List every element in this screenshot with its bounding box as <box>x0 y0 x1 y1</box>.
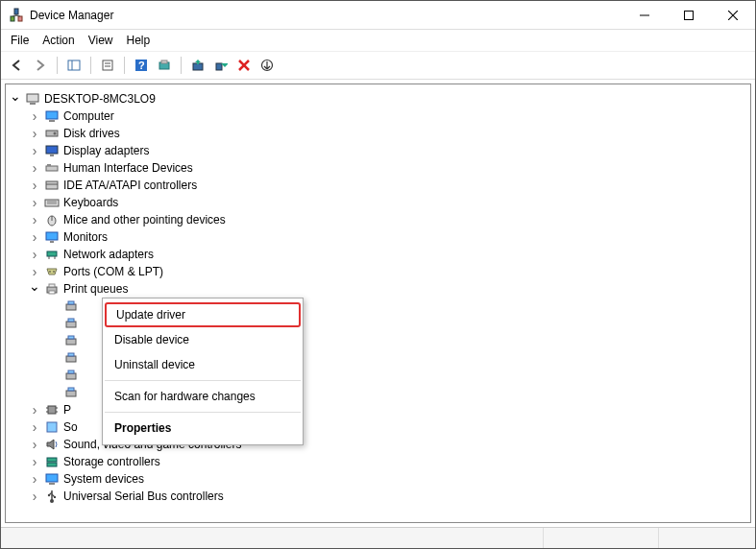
ctx-properties[interactable]: Properties <box>103 416 303 441</box>
svg-line-5 <box>16 15 20 16</box>
window-title: Device Manager <box>30 9 622 22</box>
category-hid[interactable]: Human Interface Devices <box>29 159 746 177</box>
device-tree-panel[interactable]: DESKTOP-8MC3LO9 Computer Disk drives Dis… <box>5 84 751 523</box>
svg-rect-61 <box>66 391 76 396</box>
chevron-right-icon[interactable] <box>29 179 40 191</box>
category-print-queues[interactable]: Print queues <box>29 280 746 298</box>
cpu-icon <box>44 402 60 418</box>
svg-point-75 <box>48 494 50 496</box>
chevron-right-icon[interactable] <box>29 162 40 174</box>
forward-button[interactable] <box>30 55 51 76</box>
svg-rect-52 <box>68 301 74 304</box>
ctx-uninstall-device[interactable]: Uninstall device <box>103 352 303 377</box>
menu-view[interactable]: View <box>88 34 113 47</box>
toolbar-separator <box>124 57 125 74</box>
menu-action[interactable]: Action <box>42 34 74 47</box>
svg-rect-10 <box>68 60 80 70</box>
disable-device-button[interactable] <box>210 55 232 76</box>
window-controls <box>622 1 755 29</box>
maximize-button[interactable] <box>667 1 711 29</box>
device-manager-window: Device Manager File Action View Help ? <box>0 0 756 549</box>
category-keyboards[interactable]: Keyboards <box>29 194 746 211</box>
chevron-right-icon[interactable] <box>29 145 40 156</box>
svg-rect-43 <box>47 251 57 256</box>
chevron-right-icon[interactable] <box>29 214 40 226</box>
chevron-right-icon[interactable] <box>29 456 40 467</box>
scan-hardware-button[interactable] <box>154 55 175 76</box>
category-ports[interactable]: Ports (COM & LPT) <box>29 263 746 280</box>
svg-rect-53 <box>66 322 76 327</box>
chevron-right-icon[interactable] <box>29 249 40 260</box>
svg-rect-71 <box>46 474 58 482</box>
hid-icon <box>44 160 60 176</box>
category-disk-drives[interactable]: Disk drives <box>29 125 746 142</box>
svg-text:?: ? <box>138 60 145 71</box>
minimize-button[interactable] <box>622 1 667 29</box>
ctx-scan-hardware[interactable]: Scan for hardware changes <box>103 384 303 409</box>
usb-icon <box>44 489 60 504</box>
toolbar-separator <box>57 57 58 74</box>
close-button[interactable] <box>711 1 755 29</box>
chevron-right-icon[interactable] <box>29 231 40 243</box>
menu-file[interactable]: File <box>11 34 29 47</box>
svg-rect-63 <box>48 406 56 414</box>
category-storage[interactable]: Storage controllers <box>29 453 746 470</box>
svg-rect-55 <box>66 339 76 345</box>
uninstall-device-button[interactable] <box>233 55 255 76</box>
chevron-down-icon[interactable] <box>29 283 40 295</box>
category-system[interactable]: System devices <box>29 470 746 488</box>
category-network[interactable]: Network adapters <box>29 246 746 263</box>
svg-rect-54 <box>68 319 74 322</box>
monitor-icon <box>44 229 60 245</box>
chevron-right-icon[interactable] <box>29 266 40 277</box>
chevron-right-icon[interactable] <box>29 404 40 416</box>
category-computer[interactable]: Computer <box>29 107 746 125</box>
status-cell <box>544 528 659 548</box>
back-button[interactable] <box>7 55 28 76</box>
chevron-right-icon[interactable] <box>29 110 40 122</box>
svg-rect-31 <box>50 155 54 156</box>
category-ide[interactable]: IDE ATA/ATAPI controllers <box>29 177 746 194</box>
update-driver-button[interactable] <box>187 55 208 76</box>
svg-rect-42 <box>50 241 54 243</box>
properties-button[interactable] <box>97 55 118 76</box>
status-cell <box>659 528 755 548</box>
chevron-right-icon[interactable] <box>29 421 40 433</box>
show-hide-tree-button[interactable] <box>63 55 85 76</box>
printer-icon <box>63 316 79 331</box>
help-button[interactable]: ? <box>131 55 152 76</box>
root-label: DESKTOP-8MC3LO9 <box>44 92 156 106</box>
category-display-adapters[interactable]: Display adapters <box>29 142 746 159</box>
add-legacy-button[interactable] <box>256 55 278 76</box>
svg-rect-51 <box>66 304 76 310</box>
svg-rect-70 <box>47 463 57 466</box>
svg-rect-68 <box>47 422 57 432</box>
category-monitors[interactable]: Monitors <box>29 228 746 246</box>
chevron-right-icon[interactable] <box>29 197 40 208</box>
svg-rect-69 <box>47 458 57 462</box>
category-usb[interactable]: Universal Serial Bus controllers <box>29 488 746 505</box>
svg-rect-0 <box>14 9 18 14</box>
svg-rect-33 <box>47 164 51 166</box>
toolbar-separator <box>90 57 91 74</box>
svg-rect-20 <box>216 63 222 70</box>
chevron-right-icon[interactable] <box>29 490 40 502</box>
software-icon <box>44 419 60 435</box>
chevron-down-icon[interactable] <box>10 93 21 105</box>
display-icon <box>44 143 60 158</box>
statusbar <box>1 527 755 548</box>
category-mice[interactable]: Mice and other pointing devices <box>29 211 746 228</box>
printer-icon <box>63 333 79 348</box>
ctx-update-driver[interactable]: Update driver <box>105 302 301 327</box>
ctx-disable-device[interactable]: Disable device <box>103 327 303 352</box>
printer-icon <box>44 281 60 297</box>
menu-help[interactable]: Help <box>127 34 151 47</box>
printer-icon <box>63 350 79 366</box>
root-computer-node[interactable]: DESKTOP-8MC3LO9 <box>10 90 746 107</box>
chevron-right-icon[interactable] <box>29 128 40 139</box>
svg-rect-60 <box>68 370 74 373</box>
svg-rect-59 <box>66 373 76 379</box>
chevron-right-icon[interactable] <box>29 473 40 485</box>
chevron-right-icon[interactable] <box>29 439 40 450</box>
svg-point-29 <box>54 132 57 135</box>
